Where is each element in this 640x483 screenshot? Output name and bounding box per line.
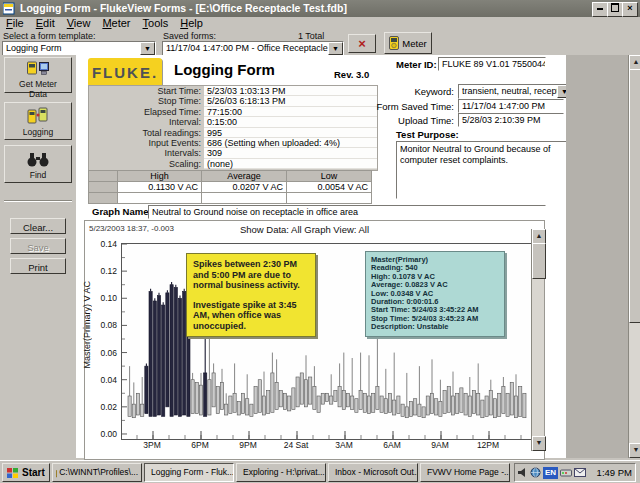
chevron-down-icon[interactable]: ▼	[328, 42, 343, 55]
start-button[interactable]: Start	[2, 463, 50, 482]
y-tick-label: 0.06	[85, 348, 117, 358]
meter-id-label: Meter ID:	[396, 59, 437, 70]
summary-field-row: Interval:0:15:00	[89, 117, 377, 127]
field-value: 77:15:00	[204, 107, 377, 117]
field-label: Total readings:	[89, 128, 204, 138]
y-tick-label: 0.14	[85, 239, 117, 249]
y-tick-label: 0.12	[85, 266, 117, 276]
taskbar-task-1[interactable]: C:\WINNT\Profiles\...	[52, 463, 142, 482]
menu-help[interactable]: Help	[174, 17, 209, 30]
x-tick-label: 6PM	[182, 440, 218, 450]
x-tick-label: 6AM	[374, 440, 410, 450]
summary-field-row: Scaling:(none)	[89, 159, 377, 169]
app-window: Logging Form - FlukeView Forms - [E:\Off…	[0, 0, 640, 483]
taskbar: Start C:\WINNT\Profiles\...Logging Form …	[0, 460, 640, 483]
x-tick-label: 3AM	[326, 440, 362, 450]
stats-average-value: 0.0207 V AC	[202, 182, 287, 193]
taskbar-task-3[interactable]: Exploring - H:\privat...	[236, 463, 326, 482]
field-value: 686 (Setting when uploaded: 4%)	[204, 138, 377, 148]
graph-scrollbar-thumb[interactable]	[532, 243, 546, 279]
main-scrollbar-thumb[interactable]	[629, 69, 640, 323]
menu-file[interactable]: File	[0, 17, 30, 30]
taskbar-task-4[interactable]: Inbox - Microsoft Out...	[328, 463, 418, 482]
summary-field-row: Input Events:686 (Setting when uploaded:…	[89, 138, 377, 148]
graph-vertical-scrollbar[interactable]: ▲ ▼	[531, 229, 544, 451]
x-tick-label: 3PM	[134, 440, 170, 450]
language-indicator[interactable]: EN	[543, 467, 558, 479]
menu-edit[interactable]: Edit	[30, 17, 61, 30]
yellow-note-paragraph: Spikes between 2:30 PM and 5:00 PM are d…	[193, 259, 309, 291]
field-label: Scaling:	[89, 159, 204, 169]
form-paper: FLUKE. Logging Form Rev. 3.0 Meter ID: F…	[76, 55, 566, 458]
field-label: Intervals:	[89, 148, 204, 158]
minimize-button[interactable]	[592, 2, 608, 17]
system-tray: EN 1:49 PM	[514, 463, 636, 482]
field-value: 5/26/03 6:18:13 PM	[204, 96, 377, 106]
scroll-down-icon[interactable]: ▼	[532, 436, 546, 451]
graph-name-field[interactable]: Neutral to Ground noise on receptacle in…	[148, 205, 546, 219]
menu-view[interactable]: View	[61, 17, 97, 30]
template-label: Select a form template:	[3, 31, 96, 41]
scroll-up-icon[interactable]: ▲	[532, 229, 546, 244]
form-template-value: Logging Form	[6, 42, 141, 54]
meter-id-field[interactable]: FLUKE 89 V1.01 75500449	[438, 57, 546, 71]
scroll-down-icon[interactable]: ▼	[629, 443, 640, 458]
saved-forms-combo[interactable]: 11/17/04 1:47:00 PM - Office Receptacle …	[162, 41, 344, 56]
meter-button-label: Meter	[402, 38, 426, 49]
volume-icon[interactable]	[518, 467, 528, 478]
event-detail-callout[interactable]: Master(Primary)Reading: 540High: 0.1078 …	[365, 251, 505, 337]
yellow-note-paragraph: Investigate spike at 3:45 AM, when offic…	[193, 300, 309, 332]
menu-tools[interactable]: Tools	[137, 17, 175, 30]
field-value: 0:15:00	[204, 117, 377, 127]
logging-button[interactable]: Logging	[4, 102, 72, 140]
close-button[interactable]: ×	[622, 2, 638, 17]
delete-form-button[interactable]: ×	[348, 34, 376, 53]
meter-icon	[389, 36, 399, 50]
task-label: Inbox - Microsoft Out...	[335, 464, 418, 481]
test-purpose-box[interactable]: Monitor Neutral to Ground because of com…	[396, 141, 574, 199]
field-label: Stop Time:	[89, 96, 204, 106]
menu-meter[interactable]: Meter	[96, 17, 136, 30]
taskbar-task-2[interactable]: Logging Form - Fluk...	[144, 463, 234, 482]
field-label: Start Time:	[89, 86, 204, 96]
maximize-button[interactable]	[607, 2, 623, 17]
taskbar-clock: 1:49 PM	[597, 467, 632, 478]
clear-button[interactable]: Clear...	[10, 218, 66, 234]
save-button[interactable]: Save	[10, 238, 66, 254]
logging-meters-icon	[27, 107, 49, 125]
fluke-logo: FLUKE.	[88, 58, 162, 87]
keyword-combo[interactable]: transient, neutral, receptacle ▼	[458, 84, 573, 99]
title-bar: Logging Form - FlukeView Forms - [E:\Off…	[0, 0, 640, 17]
find-button[interactable]: Find	[4, 145, 72, 183]
field-value: (none)	[204, 159, 377, 169]
menu-bar: FileEditViewMeterToolsHelp	[0, 17, 640, 30]
task-label: Logging Form - Fluk...	[151, 464, 234, 481]
chevron-down-icon[interactable]: ▼	[140, 42, 155, 55]
keyword-value: transient, neutral, receptacle	[462, 85, 558, 97]
main-vertical-scrollbar[interactable]: ▲ ▼	[628, 55, 640, 458]
network-globe-icon[interactable]	[530, 467, 541, 478]
upload-time-field[interactable]: 5/28/03 2:10:39 PM	[458, 113, 564, 127]
keyword-label: Keyword:	[406, 86, 454, 97]
scroll-up-icon[interactable]: ▲	[629, 55, 640, 70]
print-button[interactable]: Print	[10, 258, 66, 274]
stats-header-high: High	[118, 171, 202, 182]
graph-panel: 5/23/2003 18:37, -0.003 Show Data: All G…	[84, 220, 545, 460]
form-title: Logging Form	[174, 61, 275, 78]
summary-field-row: Intervals:309	[89, 148, 377, 158]
get-meter-data-button[interactable]: Get Meter Data	[4, 57, 72, 93]
meter-summary-panel: Start Time:5/23/03 1:03:13 PMStop Time:5…	[88, 85, 378, 171]
taskbar-task-5[interactable]: FVWV Home Page -...	[420, 463, 510, 482]
modem-icon[interactable]	[560, 468, 572, 478]
form-saved-time-field[interactable]: 11/17/04 1:47:00 PM	[458, 99, 564, 113]
form-template-combo[interactable]: Logging Form ▼	[2, 41, 156, 56]
window-title: Logging Form - FlukeView Forms - [E:\Off…	[20, 2, 347, 14]
y-tick-label: 0.04	[85, 375, 117, 385]
task-label: FVWV Home Page -...	[427, 464, 510, 481]
upload-time-label: Upload Time:	[366, 115, 454, 126]
y-tick-label: 0.08	[85, 320, 117, 330]
mail-icon[interactable]	[574, 468, 586, 477]
saved-forms-total: 1 Total	[298, 31, 324, 41]
yellow-annotation-note[interactable]: Spikes between 2:30 PM and 5:00 PM are d…	[186, 253, 316, 337]
meter-button[interactable]: Meter	[384, 32, 432, 54]
